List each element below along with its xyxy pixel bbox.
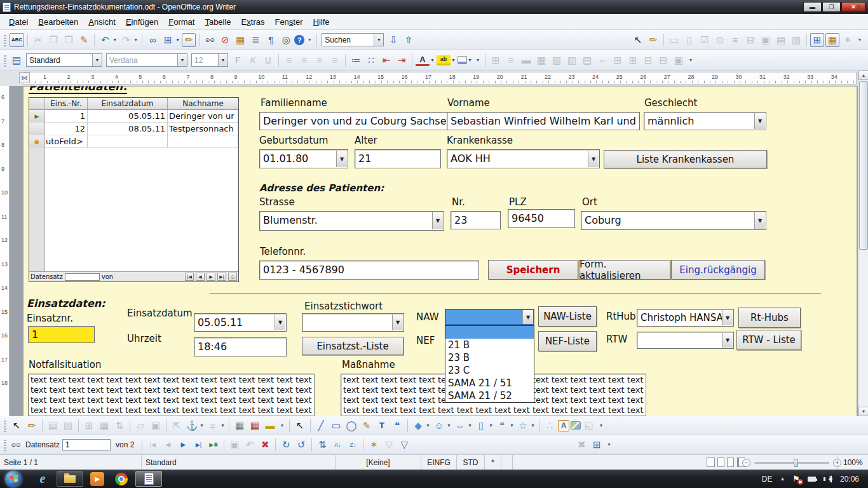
stars-icon[interactable]: ☆▾ — [516, 419, 536, 433]
refresh-icon[interactable]: ↻ — [279, 438, 293, 452]
menu-einfgen[interactable]: Einfügen — [121, 15, 163, 29]
find-replace-icon[interactable]: ⊙⊙ — [203, 33, 217, 47]
zoom-slider[interactable] — [754, 462, 829, 464]
vertical-scrollbar[interactable]: ▲ ▼ — [858, 71, 868, 416]
toolbar-more-icon[interactable]: ▾ — [605, 438, 613, 452]
find-next-icon[interactable]: ⇩ — [386, 33, 400, 47]
windows-explorer-button[interactable] — [57, 471, 83, 487]
ort-combo[interactable]: Coburg ▼ — [581, 211, 766, 230]
language-indicator[interactable]: DE — [762, 475, 773, 484]
zoom-percentage[interactable]: 100% — [837, 455, 863, 470]
zoom-icon[interactable]: ◎ — [279, 33, 293, 47]
block-arrows-icon[interactable]: ⇔▾ — [453, 419, 473, 433]
callouts-icon[interactable]: ❝▾ — [495, 419, 515, 433]
find-record-icon[interactable]: ⊙⊙ — [9, 438, 23, 452]
speichern-button[interactable]: Speichern — [488, 260, 578, 280]
chevron-down-icon[interactable]: ▾ — [199, 419, 205, 433]
autofilter-icon[interactable]: ✶ — [367, 438, 381, 452]
naw-option[interactable]: 23 B — [445, 351, 534, 364]
naw-option[interactable]: 23 C — [445, 364, 534, 377]
volume-icon[interactable] — [824, 475, 832, 483]
font-color-icon[interactable]: A▾ — [416, 53, 435, 67]
naw-option[interactable]: SAMA 21 / 51 — [445, 377, 534, 390]
bullet-list-icon[interactable]: ∷ — [364, 53, 378, 67]
naw-liste-button[interactable]: NAW-Liste — [538, 306, 597, 327]
symbol-shapes-icon[interactable]: ☺▾ — [432, 419, 452, 433]
tab-stop-selector[interactable]: ⋈ — [19, 72, 30, 83]
previous-record-icon[interactable]: ◀ — [196, 273, 205, 281]
nonprinting-characters-icon[interactable]: ¶ — [264, 33, 278, 47]
toolbar-more-icon[interactable]: ▾ — [306, 33, 313, 47]
delete-record-icon[interactable]: ✖ — [258, 438, 272, 452]
search-input[interactable]: Suchen — [322, 36, 374, 44]
background-color-icon[interactable]: ▾ — [458, 53, 473, 67]
design-mode-icon[interactable]: ✏ — [25, 419, 39, 433]
callout-icon[interactable]: ❝ — [390, 419, 404, 433]
spellcheck-icon[interactable]: ABC — [10, 33, 24, 47]
chevron-down-icon[interactable]: ▼ — [588, 151, 599, 167]
chevron-down-icon[interactable]: ▾ — [530, 419, 536, 433]
first-record-icon[interactable]: |◀ — [185, 273, 194, 281]
next-record-icon[interactable]: ▶ — [207, 273, 215, 281]
chevron-down-icon[interactable]: ▾ — [112, 33, 118, 47]
select-pointer-icon[interactable]: ↖ — [631, 33, 645, 47]
anchor-icon[interactable]: ⚓▾ — [185, 419, 205, 433]
chevron-down-icon[interactable]: ▼ — [522, 310, 533, 324]
new-record-icon[interactable]: ⊙ — [228, 273, 237, 281]
alter-field[interactable]: 21 — [355, 149, 441, 168]
menu-hilfe[interactable]: Hilfe — [308, 15, 335, 29]
plz-field[interactable]: 96450 — [508, 209, 575, 228]
paragraph-style-combo[interactable]: Standard ▼ — [26, 53, 102, 67]
sort-icon[interactable]: ⇅ — [315, 438, 329, 452]
liste-krankenkassen-button[interactable]: Liste Krankenkassen — [604, 150, 767, 168]
hyperlink-icon[interactable]: ∞ — [146, 33, 159, 47]
rtw-liste-button[interactable]: RTW - Liste — [736, 330, 801, 350]
data-source-as-table-icon[interactable]: ⊞ — [590, 438, 604, 452]
menu-ansicht[interactable]: Ansicht — [83, 15, 121, 29]
chevron-down-icon[interactable]: ▼ — [722, 310, 733, 325]
einsatzst-liste-button[interactable]: Einsatzst.-Liste — [302, 337, 403, 355]
chevron-down-icon[interactable]: ▾ — [451, 53, 456, 67]
rthub-combo[interactable]: Christoph HANSA ▼ — [637, 309, 734, 327]
chevron-down-icon[interactable]: ▼ — [722, 333, 733, 348]
freeform-line-icon[interactable]: ✎ — [360, 419, 374, 433]
einsatzdatum-combo[interactable]: 05.05.11 ▼ — [194, 313, 287, 332]
notfallsituation-textarea[interactable]: text text text text text text text text … — [28, 374, 315, 416]
from-file-icon[interactable] — [571, 421, 581, 430]
highlighting-icon[interactable]: ab▾ — [437, 53, 456, 67]
menu-tabelle[interactable]: Tabelle — [200, 15, 236, 29]
krankenkasse-combo[interactable]: AOK HH ▼ — [447, 149, 600, 168]
increase-indent-icon[interactable]: ⇥ — [395, 53, 409, 67]
close-document-button[interactable]: ✕ — [853, 3, 864, 11]
chevron-down-icon[interactable]: ▼ — [754, 113, 765, 129]
internet-explorer-icon[interactable]: e — [32, 471, 53, 487]
more-controls-icon[interactable]: ⊞ — [810, 33, 824, 47]
action-center-icon[interactable]: ⚑✖ — [792, 474, 800, 484]
familienname-field[interactable]: Deringer von und zu Coburg Sachsen und — [259, 112, 447, 130]
selection-mode-indicator[interactable]: STD — [456, 455, 484, 470]
start-button[interactable] — [5, 471, 22, 487]
ruler-horizontal[interactable]: ⋈ 12345678910111213141516171819202122232… — [0, 71, 858, 86]
guides-when-moving-icon[interactable]: ▬ — [263, 419, 277, 433]
eing-rueckgaengig-button[interactable]: Eing.rückgängig — [671, 260, 765, 280]
rectangle-icon[interactable]: ▭ — [329, 419, 343, 433]
search-box[interactable]: Suchen ▼ — [322, 33, 384, 46]
ruler-vertical[interactable]: 6789101112131415161718 — [0, 86, 10, 416]
battery-icon[interactable] — [808, 477, 816, 482]
insert-table-icon[interactable]: ⊞▾ — [161, 33, 180, 47]
sort-ascending-icon[interactable]: A↓ — [330, 438, 344, 452]
naw-option[interactable]: SAMA 21 / 52 — [445, 390, 534, 402]
telefonnr-field[interactable]: 0123 - 4567890 — [259, 261, 479, 280]
chevron-down-icon[interactable]: ▾ — [509, 419, 515, 433]
single-page-view-icon[interactable] — [707, 458, 715, 467]
chrome-icon[interactable] — [115, 473, 128, 485]
minimize-button[interactable]: ▬ — [803, 2, 822, 12]
chevron-down-icon[interactable]: ▼ — [275, 315, 285, 330]
toolbar-more-icon[interactable]: ▾ — [856, 33, 864, 47]
strasse-combo[interactable]: Blumenstr. ▼ — [259, 211, 444, 231]
nr-field[interactable]: 23 — [451, 211, 501, 229]
scroll-down-icon[interactable]: ▼ — [858, 407, 868, 416]
language-indicator[interactable]: [Keine] — [335, 455, 421, 470]
media-player-button[interactable]: ▶ — [86, 471, 108, 487]
menu-bearbeiten[interactable]: Bearbeiten — [33, 15, 83, 29]
